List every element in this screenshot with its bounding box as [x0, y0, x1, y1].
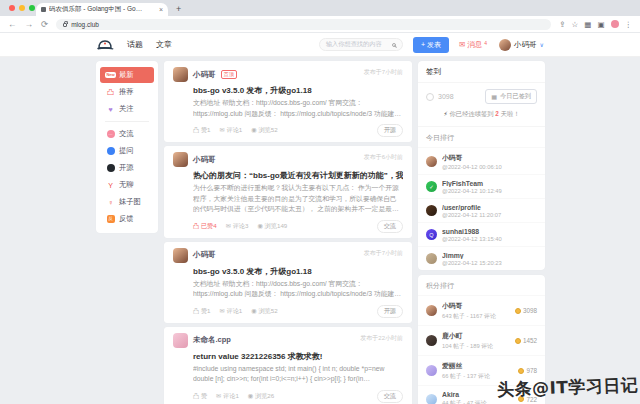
- rank-user-name[interactable]: 小码哥: [442, 301, 496, 311]
- browser-tab[interactable]: 码农俱乐部 - Golang中国 - Go… ×: [36, 3, 168, 16]
- sidebar-item-bored[interactable]: Y无聊: [100, 177, 154, 193]
- sidebar-item-girls[interactable]: ♀妹子图: [100, 194, 154, 210]
- streak-days: 2: [495, 110, 499, 117]
- rank-user-name[interactable]: sunhai1988: [442, 228, 502, 235]
- today-rank-row[interactable]: 小码哥@2022-04-12 00:06:10: [418, 147, 545, 174]
- address-bar[interactable]: mlog.club: [56, 19, 551, 30]
- rank-user-name[interactable]: FlyFishTeam: [442, 180, 502, 187]
- author-avatar[interactable]: [173, 152, 188, 167]
- post-card[interactable]: 发布于22小时前未命名.cppreturn value 3221226356 求…: [164, 327, 412, 404]
- comment-button[interactable]: ✉ 评论1: [220, 307, 243, 316]
- chat-bubble-glyph: …: [107, 130, 115, 138]
- author-name[interactable]: 小码哥: [193, 70, 216, 80]
- sidebar-item-recommend[interactable]: 凸推荐: [100, 84, 154, 100]
- node-tag[interactable]: 交流: [377, 390, 403, 403]
- back-icon[interactable]: ←: [8, 20, 17, 29]
- rank-user-name[interactable]: /user/profile: [442, 204, 501, 211]
- post-title[interactable]: 热心的朋友问：“bbs-go最近有没有计划更新新的功能”，我的回答：“重构！”: [193, 170, 403, 181]
- zoom-window-button[interactable]: [29, 5, 35, 11]
- comment-button[interactable]: ✉ 评论1: [216, 392, 239, 401]
- author-name[interactable]: 小码哥: [193, 155, 216, 165]
- menu-divider: [105, 121, 149, 122]
- extensions-icon[interactable]: ▦: [584, 20, 591, 29]
- rank-user-name[interactable]: 鹿小町: [442, 331, 493, 341]
- author-name[interactable]: 小码哥: [193, 250, 216, 260]
- checked-in-button[interactable]: ▦ 今日已签到: [485, 89, 537, 104]
- forward-icon[interactable]: →: [25, 20, 34, 29]
- sidebar-item-ask[interactable]: 提问: [100, 143, 154, 159]
- like-button[interactable]: 凸 赞1: [193, 126, 211, 135]
- messages-button[interactable]: ✉ 消息 4: [459, 40, 487, 50]
- like-button[interactable]: 凸 赞1: [193, 307, 211, 316]
- like-button[interactable]: 凸 已赞4: [193, 222, 217, 231]
- points-rank-row[interactable]: 小码哥643 帖子 - 1167 评论3098: [418, 295, 545, 325]
- search-icon[interactable]: [392, 43, 396, 47]
- today-rank-row[interactable]: /user/profile@2022-04-12 11:20:07: [418, 198, 545, 222]
- points-rank-title: 积分排行: [418, 275, 545, 295]
- user-menu[interactable]: 小码哥 ∨: [499, 39, 544, 51]
- minimize-window-button[interactable]: [19, 5, 25, 11]
- today-rank-row[interactable]: Qsunhai1988@2022-04-12 13:15:40: [418, 222, 545, 246]
- nav-topics[interactable]: 话题: [127, 39, 143, 50]
- rank-user-info: sunhai1988@2022-04-12 13:15:40: [442, 228, 502, 242]
- comment-button[interactable]: ✉ 评论1: [220, 126, 243, 135]
- checkin-time: @2022-04-12 13:15:40: [442, 236, 502, 242]
- post-card[interactable]: 发布于7小时前小码哥置顶bbs-go v3.5.0 发布，升级go1.18文档地…: [164, 61, 412, 142]
- today-rank-row[interactable]: ✓FlyFishTeam@2022-04-12 10:12:49: [418, 174, 545, 198]
- sidebar-item-latest[interactable]: New最新: [100, 67, 154, 83]
- comment-button[interactable]: ✉ 评论3: [226, 222, 249, 231]
- publish-button[interactable]: + 发表: [413, 37, 449, 53]
- share-icon[interactable]: ⇪: [559, 20, 565, 29]
- sidebar-item-opensource[interactable]: 开源: [100, 160, 154, 176]
- rank-user-name[interactable]: Jimmy: [442, 252, 502, 259]
- rank-user-name[interactable]: 小码哥: [442, 153, 502, 163]
- browser-menu-icon[interactable]: ⋮: [625, 20, 633, 29]
- close-window-button[interactable]: [9, 5, 15, 11]
- tab-close-icon[interactable]: ×: [159, 6, 163, 13]
- node-tag[interactable]: 交流: [377, 220, 403, 233]
- sidebar-item-label: 提问: [119, 146, 134, 156]
- node-tag[interactable]: 开源: [377, 305, 403, 318]
- sidebar-item-feedback[interactable]: 反反馈: [100, 211, 154, 227]
- question-globe-glyph: [107, 147, 115, 155]
- today-rank-title: 今日排行: [418, 126, 545, 147]
- points-rank-row[interactable]: 鹿小町104 帖子 - 189 评论1452: [418, 325, 545, 355]
- rank-user-avatar: [426, 156, 437, 167]
- new-tab-button[interactable]: +: [176, 4, 181, 14]
- post-title[interactable]: bbs-go v3.5.0 发布，升级go1.18: [193, 266, 403, 277]
- like-button[interactable]: 凸 赞: [193, 392, 207, 401]
- gold-coin-icon: [515, 338, 521, 344]
- post-title[interactable]: return value 3221226356 求教求救!: [193, 351, 403, 362]
- chevron-down-icon: ∨: [540, 41, 544, 48]
- sidebar-item-label: 最新: [119, 70, 134, 80]
- rank-user-avatar: [426, 365, 437, 376]
- author-avatar[interactable]: [173, 67, 188, 82]
- nav-articles[interactable]: 文章: [156, 39, 172, 50]
- author-name[interactable]: 未命名.cpp: [193, 335, 231, 345]
- search-input[interactable]: 输入你想查找的内容: [319, 38, 403, 51]
- post-card[interactable]: 发布于7小时前小码哥bbs-go v3.5.0 发布，升级go1.18文档地址 …: [164, 242, 412, 323]
- post-card[interactable]: 发布于6小时前小码哥热心的朋友问：“bbs-go最近有没有计划更新新的功能”，我…: [164, 146, 412, 238]
- author-avatar[interactable]: [173, 248, 188, 263]
- rank-user-info: /user/profile@2022-04-12 11:20:07: [442, 204, 501, 218]
- watermark: 头条@IT学习日记: [496, 374, 638, 402]
- window-controls[interactable]: [9, 5, 35, 11]
- sidebar-item-chat[interactable]: …交流: [100, 126, 154, 142]
- envelope-icon: ✉: [459, 40, 465, 49]
- tab-overview-icon[interactable]: ▣: [597, 20, 604, 29]
- rank-user-name[interactable]: 爱丽丝: [442, 361, 490, 371]
- page-body: New最新凸推荐♥关注…交流提问开源Y无聊♀妹子图反反馈 发布于7小时前小码哥置…: [0, 57, 640, 404]
- site-header: 话题 文章 输入你想查找的内容 + 发表 ✉ 消息 4 小码哥 ∨: [0, 33, 640, 57]
- pinned-badge: 置顶: [221, 70, 238, 79]
- site-logo[interactable]: [96, 39, 115, 51]
- post-title[interactable]: bbs-go v3.5.0 发布，升级go1.18: [193, 85, 403, 96]
- author-avatar[interactable]: [173, 333, 188, 348]
- rank-user-name[interactable]: Akira: [442, 391, 486, 398]
- browser-profile-avatar[interactable]: [611, 20, 619, 28]
- bookmark-star-icon[interactable]: ☆: [572, 20, 579, 29]
- reload-icon[interactable]: ⟳: [41, 20, 48, 29]
- node-tag[interactable]: 开源: [377, 124, 403, 137]
- thumb-icon: 凸: [106, 88, 115, 96]
- sidebar-item-follow[interactable]: ♥关注: [100, 101, 154, 117]
- today-rank-row[interactable]: Jimmy@2022-04-12 15:20:23: [418, 246, 545, 270]
